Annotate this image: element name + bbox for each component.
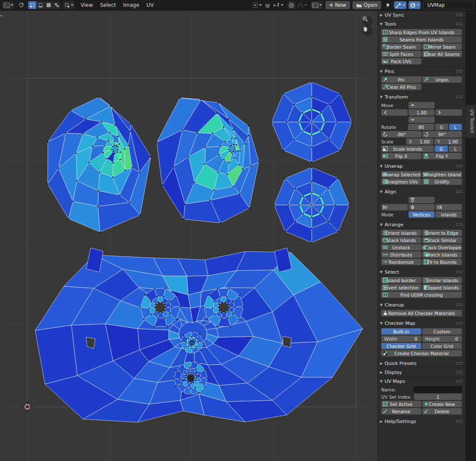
image-selector-dropdown[interactable] [311,1,323,9]
panel-header-cleanup[interactable]: ▼Cleanup [378,301,465,309]
straighten-island-button[interactable]: Straighten Island [422,171,462,178]
uv-island-body[interactable] [35,248,362,423]
find-udim-crossing-button[interactable]: Find UDIM crossing [381,292,462,298]
rotate-angle-field[interactable]: 90 [408,124,434,130]
panel-header-help-settings[interactable]: ▶Help/Settings [378,417,465,426]
uv-select-sync-gizmo-toggle[interactable] [394,1,406,9]
rename-button[interactable]: Rename [381,408,421,414]
panel-header-pins[interactable]: ▼Pins [378,67,465,76]
border-seam-button[interactable]: Border Seam [381,44,421,50]
invert-selection-button[interactable]: Invert selection [381,284,421,291]
select-mode-edge[interactable] [36,1,44,9]
align-middle-button[interactable] [409,204,435,210]
move-distance-field[interactable]: 1.00 [409,109,435,116]
90-button[interactable]: 90° [422,131,462,137]
editor-type-selector[interactable] [2,1,15,9]
panel-drag-handle[interactable] [456,190,463,193]
scale-y-field[interactable]: Y1.00 [434,138,462,145]
unpin-button[interactable]: Unpin [422,76,462,83]
align-right-button[interactable] [435,204,462,210]
pan-gizmo[interactable] [362,26,373,36]
scale-x-field[interactable]: X1.00 [406,138,434,145]
panel-drag-handle[interactable] [456,303,463,306]
flip-y-button[interactable]: Flip Y [422,153,462,159]
sticky-selection-dropdown[interactable] [63,1,75,9]
checker-height-field[interactable]: Height0 [422,336,462,342]
g-button[interactable]: G [435,124,448,130]
orient-islands-button[interactable]: Orient Islands [381,230,421,236]
island-border-button[interactable]: Island border [381,277,421,283]
menu-view[interactable]: View [77,1,96,9]
panel-drag-handle[interactable] [456,22,463,26]
90-button[interactable]: -90° [381,131,421,137]
clear-all-pins-button[interactable]: Clear All Pins [381,84,421,90]
uv-island-head-right[interactable] [156,97,260,224]
pivot-point-dropdown[interactable] [251,1,263,9]
split-faces-button[interactable]: Split Faces [381,51,421,57]
select-mode-face[interactable] [44,1,53,9]
unwrap-selected-button[interactable]: Unwrap Selected [381,171,421,178]
l-button[interactable]: L [449,146,462,152]
uv-sync-toggle[interactable] [17,1,26,9]
sharp-edges-from-uv-islands-button[interactable]: Sharp Edges From UV Islands [381,29,462,35]
randomize-button[interactable]: Randomize [381,259,421,265]
checker-grid-button[interactable]: Checker Grid [381,343,421,349]
built-in-button[interactable]: Built-in [381,328,421,335]
move-up-button[interactable] [409,102,435,108]
gridify-button[interactable]: Gridify [422,178,462,185]
proportional-editing-toggle[interactable] [287,1,295,9]
straighten-uvs-button[interactable]: Straighten UVs [381,178,421,185]
flip-x-button[interactable]: Flip X [381,153,421,159]
panel-drag-handle[interactable] [456,362,463,365]
uv-2d-cursor[interactable] [21,401,33,412]
mirror-seam-button[interactable]: Mirror Seam [422,44,462,50]
custom-button[interactable]: Custom [422,328,462,335]
panel-drag-handle[interactable] [456,13,463,17]
uv-island-head-left[interactable] [47,96,152,233]
panel-drag-handle[interactable] [456,223,463,226]
panel-drag-handle[interactable] [456,270,463,274]
flipped-islands-button[interactable]: Flipped Islands [422,284,462,291]
open-image-button[interactable]: Open [352,1,381,9]
panel-header-align[interactable]: ▼Align [378,187,465,196]
create-new-button[interactable]: Create New [422,401,462,407]
panel-drag-handle[interactable] [456,95,463,99]
panel-header-select[interactable]: ▼Select [378,268,465,276]
uv-island-octagon-bottom[interactable] [274,167,350,243]
stack-islands-button[interactable]: Stack Islands [381,237,421,243]
color-grid-button[interactable]: Color Grid [422,343,462,349]
islands-button[interactable]: Islands [435,211,462,218]
panel-drag-handle[interactable] [456,321,463,325]
orient-to-edge-button[interactable]: Orient to Edge [422,230,462,236]
align-top-button[interactable] [409,197,435,203]
move-down-button[interactable] [409,117,435,123]
panel-drag-handle[interactable] [456,164,463,168]
set-active-button[interactable]: Set Active [381,401,421,407]
select-mode-vertex[interactable] [28,1,36,9]
remove-all-checker-materials-button[interactable]: Remove All Checker Materials [381,310,462,316]
menu-uv[interactable]: UV [143,1,157,9]
panel-header-transform[interactable]: ▼Transform [378,93,465,101]
panel-drag-handle[interactable] [456,379,463,383]
uv-canvas[interactable]: ▸ [0,11,377,461]
select-mode-island[interactable] [53,1,61,9]
tab-uv-toolkit[interactable]: UV Toolkit [465,105,476,138]
match-islands-button[interactable]: Match Islands [422,251,462,258]
menu-image[interactable]: Image [120,1,143,9]
panel-header-unwrap[interactable]: ▼Unwrap [378,162,465,170]
panel-header-uv-sync[interactable]: ▶UV Sync [378,11,465,19]
uv-set-index-field[interactable]: 1 [414,394,462,400]
panel-header-display[interactable]: ▶Display [378,368,465,376]
snap-target-dropdown[interactable] [272,1,285,9]
pin-button[interactable]: Pin [381,76,421,83]
panel-header-tools[interactable]: ▼Tools [378,20,465,28]
pack-uvs-button[interactable]: Pack UVs [381,58,421,64]
move-right-button[interactable] [435,109,462,116]
zoom-gizmo[interactable] [362,16,373,26]
move-left-button[interactable] [381,109,408,116]
panel-header-uv-maps[interactable]: ▼UV Maps [378,377,465,385]
delete-button[interactable]: Delete [422,408,462,414]
snap-toggle[interactable] [263,1,272,9]
g-button[interactable]: G [435,146,448,152]
l-button[interactable]: L [449,124,462,130]
